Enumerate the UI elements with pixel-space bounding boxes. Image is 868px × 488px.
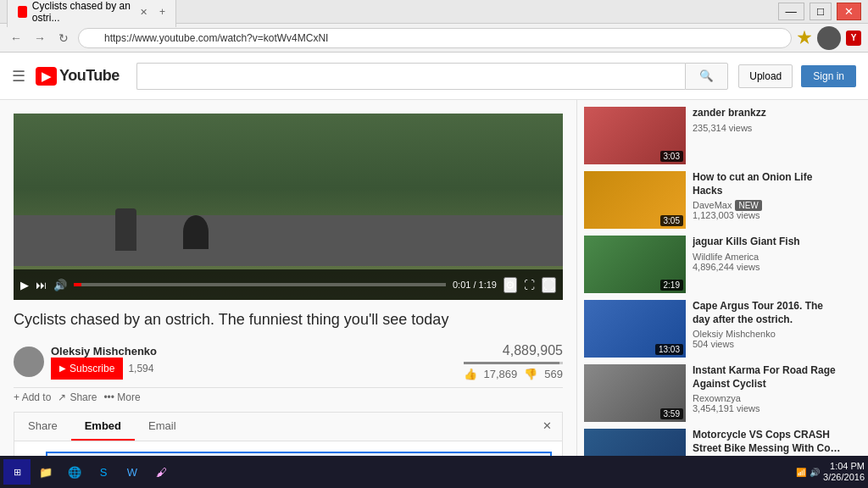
share-close-button[interactable]: ✕ [532,413,562,441]
channel-details: Oleksiy Mishchenko ▶ Subscribe 1,594 [51,345,157,380]
video-meta-row: Oleksiy Mishchenko ▶ Subscribe 1,594 4,8… [14,336,563,388]
search-input[interactable] [136,63,685,90]
time-display: 0:01 / 1:19 [453,280,497,290]
next-button[interactable]: ⏭ [36,279,47,291]
back-button[interactable]: ← [7,29,25,47]
sidebar-thumb: 3:05 [584,171,686,229]
profile-icon[interactable] [817,26,841,50]
minimize-button[interactable]: — [778,3,804,20]
start-button[interactable]: ⊞ [3,459,31,485]
subscribe-button[interactable]: ▶ Subscribe [51,358,123,380]
clock-area: 1:04 PM 3/26/2016 [823,461,865,483]
channel-name: Oleksiy Mishchenko [51,345,157,358]
sidebar-channel: Rexownzya [693,393,841,403]
like-bar [464,362,563,364]
dislike-count: 569 [544,368,563,380]
yt-logo-text: YouTube [59,67,120,85]
header-right: Upload Sign in [738,64,856,88]
address-bar[interactable] [78,28,792,48]
cyclist [183,215,209,249]
action-buttons: + Add to ↗ Share ••• More [14,391,563,403]
sidebar-views: 4,896,244 views [693,262,841,272]
channel-avatar[interactable] [14,347,44,377]
extension-icon[interactable]: Y [846,30,861,46]
road [14,215,563,266]
channel-info: Oleksiy Mishchenko ▶ Subscribe 1,594 [14,345,157,380]
tab-title: Cyclists chased by an ostri... [32,0,131,24]
sidebar-video-item[interactable]: 2:19jaguar Kills Giant FishWildlife Amer… [584,236,841,293]
sidebar-thumb: 3:03 [584,107,686,164]
settings-button[interactable]: ⚙ [504,277,517,293]
share-icon: ↗ [58,391,66,403]
view-count-area: 4,889,905 👍 17,869 👎 569 [464,343,563,380]
embed-tab[interactable]: Embed [71,413,135,441]
sidebar-info: jaguar Kills Giant FishWildlife America4… [693,236,841,293]
sidebar-title: Cape Argus Tour 2016. The day after the … [693,300,841,326]
new-tab-button[interactable]: + [159,6,165,18]
sidebar-title: Instant Karma For Road Rage Against Cycl… [693,364,841,391]
clock-date: 3/26/2016 [823,472,865,483]
taskbar: ⊞ 📁 🌐 S W 🖌 📶 🔊 1:04 PM 3/26/2016 [0,456,868,488]
youtube-header: ☰ ▶ YouTube 🔍 Upload Sign in [0,53,868,100]
maximize-button[interactable]: □ [810,3,832,20]
yt-logo-icon: ▶ [36,67,57,86]
more-button[interactable]: ••• More [103,391,140,403]
hamburger-menu[interactable]: ☰ [12,67,25,86]
email-tab[interactable]: Email [135,413,190,441]
thumbsdown-icon[interactable]: 👎 [524,368,537,380]
close-button[interactable]: ✕ [837,3,861,20]
signin-button[interactable]: Sign in [801,65,856,87]
sidebar-info: How to cut an Onion Life HacksDaveMaxNEW… [693,171,841,229]
tray-network: 📶 [796,468,806,477]
add-to-button[interactable]: + Add to [14,391,51,403]
sidebar-info: Cape Argus Tour 2016. The day after the … [693,300,841,358]
taskbar-word[interactable]: W [119,459,146,485]
sidebar: 3:03zander brankzz235,314 views3:05How t… [576,100,848,488]
sidebar-thumb: 2:19 [584,236,686,293]
star-icon[interactable] [797,30,812,46]
like-count: 17,869 [484,368,518,380]
theater-button[interactable]: ⛶ [524,279,535,291]
sidebar-title: jaguar Kills Giant Fish [693,236,841,249]
sidebar-video-item[interactable]: 3:05How to cut an Onion Life HacksDaveMa… [584,171,841,229]
sidebar-duration: 3:03 [660,151,683,162]
video-title: Cyclists chased by an ostrich. The funni… [14,310,563,330]
taskbar-explorer[interactable]: 📁 [32,459,59,485]
refresh-button[interactable]: ↻ [54,29,73,47]
like-fill [464,362,560,364]
thumbsup-icon[interactable]: 👍 [464,368,477,380]
sidebar-duration: 3:05 [660,215,683,226]
taskbar-skype[interactable]: S [90,459,117,485]
sidebar-info: zander brankzz235,314 views [693,107,841,164]
sidebar-views: 1,123,003 views [693,210,841,220]
taskbar-right: 📶 🔊 1:04 PM 3/26/2016 [796,461,865,483]
sidebar-info: Instant Karma For Road Rage Against Cycl… [693,364,841,422]
view-count: 4,889,905 [464,343,563,358]
upload-button[interactable]: Upload [738,64,793,88]
browser-titlebar: Cyclists chased by an ostri... ✕ + — □ ✕ [0,0,868,24]
search-wrap: 🔍 [136,63,728,90]
sidebar-duration: 13:03 [655,344,683,355]
likes-area: 👍 17,869 👎 569 [464,368,563,380]
sidebar-video-item[interactable]: 3:03zander brankzz235,314 views [584,107,841,164]
youtube-logo[interactable]: ▶ YouTube [36,67,120,86]
progress-bar[interactable] [74,283,446,286]
share-tab[interactable]: Share [14,413,71,441]
fullscreen-button[interactable]: ⛶ [542,277,556,293]
volume-button[interactable]: 🔊 [53,279,67,291]
browser-tab[interactable]: Cyclists chased by an ostri... ✕ + [7,0,176,27]
search-button[interactable]: 🔍 [685,63,728,90]
video-player[interactable]: ▶ ⏭ 🔊 0:01 / 1:19 ⚙ ⛶ ⛶ [14,114,563,300]
sidebar-video-item[interactable]: 3:59Instant Karma For Road Rage Against … [584,364,841,422]
taskbar-paint[interactable]: 🖌 [147,459,175,485]
share-action-button[interactable]: ↗ Share [58,391,97,403]
tab-close-button[interactable]: ✕ [140,7,147,18]
taskbar-chrome[interactable]: 🌐 [61,459,88,485]
sidebar-views: 504 views [693,339,841,349]
yt-icon-small: ▶ [59,363,66,373]
play-button[interactable]: ▶ [20,279,29,291]
forward-button[interactable]: → [31,29,49,47]
sidebar-video-item[interactable]: 13:03Cape Argus Tour 2016. The day after… [584,300,841,358]
sidebar-title: How to cut an Onion Life Hacks [693,171,841,197]
sidebar-title: zander brankzz [693,107,841,120]
